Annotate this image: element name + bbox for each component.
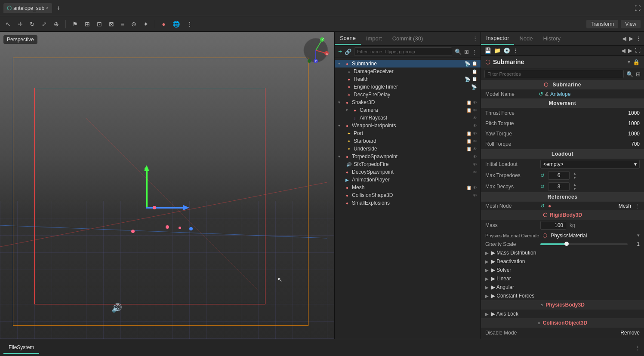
torpedo-decrement[interactable]: ▼ xyxy=(573,176,576,180)
model-value[interactable]: Antelope xyxy=(550,91,570,97)
insp-folder-icon[interactable]: 📁 xyxy=(494,47,501,54)
insp-nav-back[interactable]: ◀ xyxy=(621,47,626,54)
scale-uniform-button[interactable]: ⊕ xyxy=(52,19,61,29)
history-tab[interactable]: History xyxy=(538,33,566,44)
insp-more-icon[interactable]: ⋮ xyxy=(513,47,518,54)
filter-type-icon[interactable]: ⊞ xyxy=(464,49,469,55)
decoys-arrows[interactable]: ▲ ▼ xyxy=(573,183,576,191)
tree-item-collision[interactable]: ● CollisionShape3D 👁 xyxy=(335,191,481,199)
mass-distribution-row[interactable]: ▶ ▶ Mass Distribution xyxy=(481,249,644,257)
scene-more-icon[interactable]: ⋮ xyxy=(471,49,477,55)
constant-forces-row[interactable]: ▶ ▶ Constant Forces xyxy=(481,292,644,300)
tree-item-submarine[interactable]: ▾ ● Submarine 📡 📋 xyxy=(335,60,481,68)
import-tab[interactable]: Import xyxy=(361,33,387,44)
filter-search-icon[interactable]: 🔍 xyxy=(455,49,462,55)
filesystem-tab[interactable]: FileSystem xyxy=(3,342,39,354)
node-expand-chevron[interactable]: ▾ xyxy=(628,59,630,65)
tree-item-sfxtorpedo[interactable]: 🔊 SfxTorpedoFire 👁 xyxy=(335,160,481,168)
decoys-reset-icon[interactable]: ↺ xyxy=(540,184,545,190)
torpedoes-arrows[interactable]: ▲ ▼ xyxy=(573,172,576,180)
view-button[interactable]: View xyxy=(621,20,641,28)
lock-button[interactable]: ⊠ xyxy=(107,19,116,29)
commit-tab[interactable]: Commit (30) xyxy=(387,33,428,44)
maximize-icon[interactable]: ⛶ xyxy=(635,5,641,12)
angular-row[interactable]: ▶ ▶ Angular xyxy=(481,283,644,292)
mass-input[interactable] xyxy=(540,221,566,230)
deactivation-row[interactable]: ▶ ▶ Deactivation xyxy=(481,257,644,266)
bottom-menu-icon[interactable]: ⋮ xyxy=(635,344,641,351)
eye-icon-underside[interactable]: 👁 xyxy=(473,147,477,151)
scale-tool-button[interactable]: ⤢ xyxy=(40,19,49,29)
tree-item-underside[interactable]: ✦ Underside 📋 👁 xyxy=(335,145,481,153)
align-button[interactable]: ≡ xyxy=(119,19,126,29)
linear-row[interactable]: ▶ ▶ Linear xyxy=(481,274,644,283)
tree-item-weaponhardpoints[interactable]: ▾ ● WeaponHardpoints 👁 xyxy=(335,122,481,129)
mesh-more-icon[interactable]: ⋮ xyxy=(635,203,640,209)
group-button[interactable]: ⊜ xyxy=(129,19,139,29)
eye-icon-sfx[interactable]: 👁 xyxy=(473,162,477,167)
torpedoes-reset-icon[interactable]: ↺ xyxy=(540,172,545,178)
more-button[interactable]: ⋮ xyxy=(185,19,195,29)
insp-fullscreen-icon[interactable]: ⛶ xyxy=(635,47,641,54)
scene-add-icon[interactable]: + xyxy=(338,48,342,55)
max-torpedoes-input[interactable] xyxy=(548,171,570,180)
eye-icon-torpedo[interactable]: 👁 xyxy=(473,154,477,159)
eye-icon-aimraycast[interactable]: 👁 xyxy=(473,116,477,120)
torpedo-increment[interactable]: ▲ xyxy=(573,172,576,175)
inspector-tab[interactable]: Inspector xyxy=(481,32,514,45)
tree-item-port[interactable]: ✦ Port 📋 👁 xyxy=(335,129,481,137)
eye-icon-mesh[interactable]: 👁 xyxy=(473,185,477,190)
filter-layout-icon[interactable]: ⊞ xyxy=(636,71,641,77)
tree-item-decoyspawn[interactable]: ● DecoySpawnpoint 👁 xyxy=(335,168,481,176)
scene-menu-icon[interactable]: ⋮ xyxy=(472,35,478,42)
inspector-forward-icon[interactable]: ▶ xyxy=(629,35,633,42)
local-space-button[interactable]: ⚑ xyxy=(70,19,80,29)
globe-button[interactable]: 🌐 xyxy=(170,19,182,29)
eye-icon-port[interactable]: 👁 xyxy=(473,131,477,136)
tree-item-decoyfiredelay[interactable]: ✕ DecoyFireDelay xyxy=(335,91,481,98)
tree-item-aimraycast[interactable]: ↓ AimRaycast 👁 xyxy=(335,114,481,122)
physics-material-dropdown[interactable]: ▾ xyxy=(637,233,640,238)
gizmo-button[interactable]: ✦ xyxy=(141,19,151,29)
viewport[interactable]: 🔊 ↖ Perspective xyxy=(0,32,334,339)
handle-green[interactable] xyxy=(145,167,148,171)
insp-save-icon[interactable]: 💾 xyxy=(484,47,491,54)
initial-loadout-dropdown[interactable]: <empty> ▾ xyxy=(540,160,640,169)
move-tool-button[interactable]: ✛ xyxy=(15,19,25,29)
inspector-back-icon[interactable]: ◀ xyxy=(622,35,626,42)
tree-item-explosions[interactable]: ● SmallExplosions xyxy=(335,199,481,207)
max-decoys-input[interactable] xyxy=(548,182,570,191)
mesh-reset-icon[interactable]: ↺ xyxy=(540,203,545,209)
insp-nav-forward[interactable]: ▶ xyxy=(628,47,632,54)
rotate-tool-button[interactable]: ↻ xyxy=(28,19,37,29)
tree-item-animationplayer[interactable]: ▶ AnimationPlayer xyxy=(335,176,481,184)
eye-icon-decoyspawn[interactable]: 👁 xyxy=(473,170,477,175)
select-tool-button[interactable]: ↖ xyxy=(3,19,13,29)
tree-item-mesh[interactable]: ● Mesh 📋 👁 xyxy=(335,184,481,191)
node-lock-icon[interactable]: 🔒 xyxy=(633,59,640,65)
tab-add-button[interactable]: + xyxy=(55,4,62,12)
eye-icon-camera[interactable]: 👁 xyxy=(473,108,477,113)
filter-search-icon-insp[interactable]: 🔍 xyxy=(626,71,633,77)
tree-item-camera[interactable]: ▾ ● Camera 📋 👁 xyxy=(335,106,481,114)
inspector-menu-icon[interactable]: ⋮ xyxy=(636,35,641,42)
eye-icon-weapons[interactable]: 👁 xyxy=(473,123,477,128)
play-button[interactable]: ● xyxy=(160,19,167,29)
tree-item-starboard[interactable]: ✦ Starboard 📋 👁 xyxy=(335,137,481,145)
tree-item-torpedospawn[interactable]: ▾ ● TorpedoSpawnpoint 👁 xyxy=(335,153,481,160)
tab-close-button[interactable]: × xyxy=(46,6,49,10)
inspector-filter-input[interactable] xyxy=(484,70,624,78)
scene-tab[interactable]: Scene xyxy=(335,32,361,45)
node-tab[interactable]: Node xyxy=(514,33,538,44)
gravity-slider-track[interactable] xyxy=(540,243,628,245)
solver-row[interactable]: ▶ ▶ Solver xyxy=(481,266,644,274)
model-refresh-icon[interactable]: ↺ xyxy=(539,91,543,97)
eye-icon-starboard[interactable]: 👁 xyxy=(473,139,477,144)
gravity-slider-thumb[interactable] xyxy=(564,242,569,246)
tree-item-health[interactable]: ● Health 📡 📋 xyxy=(335,75,481,83)
grid-button[interactable]: ⊡ xyxy=(95,19,104,29)
tree-item-damagereceiver[interactable]: ○ DamageReceiver 📋 xyxy=(335,68,481,75)
axis-lock-row[interactable]: ▶ ▶ Axis Lock xyxy=(481,310,644,318)
insp-disk-icon[interactable]: 💿 xyxy=(503,47,510,54)
tree-item-enginetoggle[interactable]: ✕ EngineToggleTimer 📡 xyxy=(335,83,481,91)
